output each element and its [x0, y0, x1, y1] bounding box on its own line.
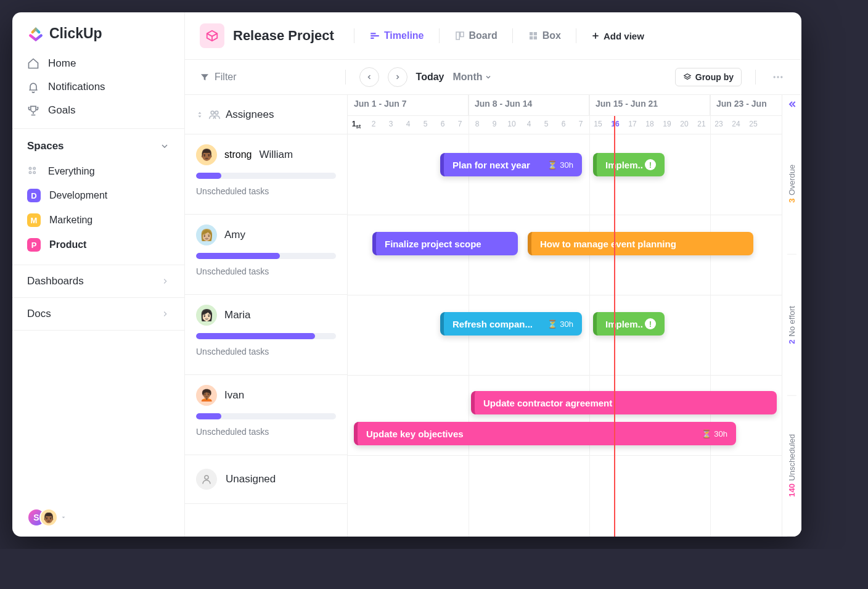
chevron-right-icon	[394, 73, 401, 81]
app-window: ClickUp Home Notifications Goals Spaces …	[12, 12, 801, 537]
spaces-header[interactable]: Spaces	[12, 129, 184, 160]
task-hours: ⏳30h	[547, 319, 573, 329]
task-title: Refresh compan...	[452, 319, 533, 329]
view-timeline-label: Timeline	[384, 30, 424, 41]
svg-point-0	[29, 167, 31, 169]
add-view-button[interactable]: Add view	[586, 31, 649, 41]
assignee-row-amy[interactable]: 👩🏼 Amy Unscheduled tasks	[185, 215, 347, 295]
task-bar[interactable]: Update contractor agreement	[471, 391, 777, 414]
day-cell: 6	[555, 116, 572, 134]
space-label-marketing: Marketing	[49, 215, 92, 226]
view-board-label: Board	[469, 30, 497, 41]
logo[interactable]: ClickUp	[12, 12, 184, 52]
overdue-count: 3	[787, 198, 796, 202]
toolbar: Filter Today Month Group by	[185, 60, 801, 95]
svg-rect-8	[530, 36, 533, 39]
nav-notifications[interactable]: Notifications	[12, 75, 184, 99]
day-cell: 1st	[348, 116, 365, 134]
month-selector[interactable]: Month	[453, 72, 493, 83]
groupby-button[interactable]: Group by	[675, 68, 742, 86]
unscheduled-link[interactable]: Unscheduled tasks	[196, 266, 336, 276]
rail-unscheduled[interactable]: 140 Unscheduled	[787, 395, 796, 537]
collapse-rail-button[interactable]	[787, 95, 797, 113]
separator	[345, 70, 346, 84]
timeline-grid[interactable]: Jun 1 - Jun 7 Jun 8 - Jun 14 Jun 15 - Ju…	[348, 95, 801, 537]
assignee-row-william[interactable]: 👨🏾 strongWilliam Unscheduled tasks	[185, 134, 347, 215]
rail-noeffort[interactable]: 2 No effort	[787, 255, 796, 396]
sidebar-item-product[interactable]: P Product	[12, 233, 184, 257]
assignee-row-maria[interactable]: 👩🏻 Maria Unscheduled tasks	[185, 295, 347, 375]
today-marker	[614, 116, 615, 537]
space-label-development: Development	[49, 190, 107, 201]
space-label-product: Product	[49, 239, 86, 250]
task-title: Implem..	[605, 319, 643, 329]
nav-goals[interactable]: Goals	[12, 99, 184, 122]
day-cell: 5	[417, 116, 434, 134]
unscheduled-link[interactable]: Unscheduled tasks	[196, 347, 336, 356]
today-button[interactable]: Today	[416, 72, 444, 83]
task-hours: ⏳30h	[702, 429, 727, 439]
day-cell: 7	[451, 116, 469, 134]
assignees-header[interactable]: Assignees	[185, 95, 347, 134]
progress-bar	[196, 253, 336, 259]
day-cell: 18	[641, 116, 658, 134]
chevron-down-icon	[485, 73, 492, 81]
ellipsis-icon	[772, 71, 784, 83]
assignee-row-unassigned[interactable]: Unasigned	[185, 455, 347, 504]
space-badge-m: M	[27, 213, 41, 227]
unscheduled-link[interactable]: Unscheduled tasks	[196, 186, 336, 196]
sidebar-item-development[interactable]: D Development	[12, 183, 184, 208]
noeffort-count: 2	[787, 339, 796, 344]
day-headers: 1st2345678910456715161718192021232425	[348, 116, 801, 134]
task-title: Implem..	[605, 160, 643, 170]
task-bar[interactable]: Update key objectives ⏳30h	[354, 422, 736, 445]
more-button[interactable]	[769, 68, 787, 86]
assignee-name: Amy	[224, 229, 245, 241]
task-bar[interactable]: Implem.. !	[593, 153, 665, 176]
view-timeline[interactable]: Timeline	[364, 30, 429, 41]
task-bar[interactable]: How to manage event planning	[528, 232, 753, 255]
next-button[interactable]	[388, 67, 407, 87]
assignees-column: Assignees 👨🏾 strongWilliam Unscheduled t…	[185, 95, 348, 537]
day-cell: 4	[520, 116, 538, 134]
assignee-row-ivan[interactable]: 🧑🏾‍🦱 Ivan Unscheduled tasks	[185, 375, 347, 455]
svg-rect-4	[456, 32, 459, 39]
day-cell: 6	[434, 116, 451, 134]
trophy-icon	[27, 104, 39, 117]
nav-home[interactable]: Home	[12, 52, 184, 75]
people-icon	[208, 109, 221, 121]
caret-down-icon[interactable]	[60, 514, 67, 521]
avatar: 🧑🏾‍🦱	[196, 385, 217, 406]
day-cell: 2	[365, 116, 382, 134]
sidebar-item-dashboards[interactable]: Dashboards	[12, 265, 184, 298]
avatar: 👩🏻	[196, 305, 217, 326]
filter-label: Filter	[215, 72, 237, 83]
clickup-logo-icon	[27, 25, 44, 42]
noeffort-label: No effort	[787, 306, 796, 337]
prev-button[interactable]	[359, 67, 379, 87]
day-cell: 25	[745, 116, 762, 134]
spaces-label: Spaces	[27, 140, 64, 152]
sidebar-item-marketing[interactable]: M Marketing	[12, 208, 184, 233]
task-bar[interactable]: Implem.. !	[593, 312, 665, 336]
double-chevron-left-icon	[787, 99, 797, 109]
day-cell: 15	[589, 116, 607, 134]
view-box[interactable]: Box	[523, 30, 566, 41]
user-avatars[interactable]: S 👨🏾	[27, 508, 58, 527]
task-bar[interactable]: Plan for next year ⏳30h	[440, 153, 582, 176]
week-headers: Jun 1 - Jun 7 Jun 8 - Jun 14 Jun 15 - Ju…	[348, 95, 801, 116]
view-board[interactable]: Board	[449, 30, 502, 41]
svg-point-14	[215, 111, 218, 114]
rail-overdue[interactable]: 3 Overdue	[787, 113, 796, 255]
project-icon[interactable]	[200, 23, 224, 48]
sidebar-item-everything[interactable]: Everything	[12, 160, 184, 183]
separator	[439, 28, 440, 43]
unscheduled-link[interactable]: Unscheduled tasks	[196, 427, 336, 437]
task-bar[interactable]: Refresh compan... ⏳30h	[440, 312, 582, 336]
sidebar-item-docs[interactable]: Docs	[12, 298, 184, 331]
progress-bar	[196, 333, 336, 339]
nav-goals-label: Goals	[48, 104, 75, 117]
task-bar[interactable]: Finalize project scope	[372, 232, 518, 255]
filter-button[interactable]: Filter	[200, 72, 237, 83]
alert-icon: !	[645, 318, 656, 329]
